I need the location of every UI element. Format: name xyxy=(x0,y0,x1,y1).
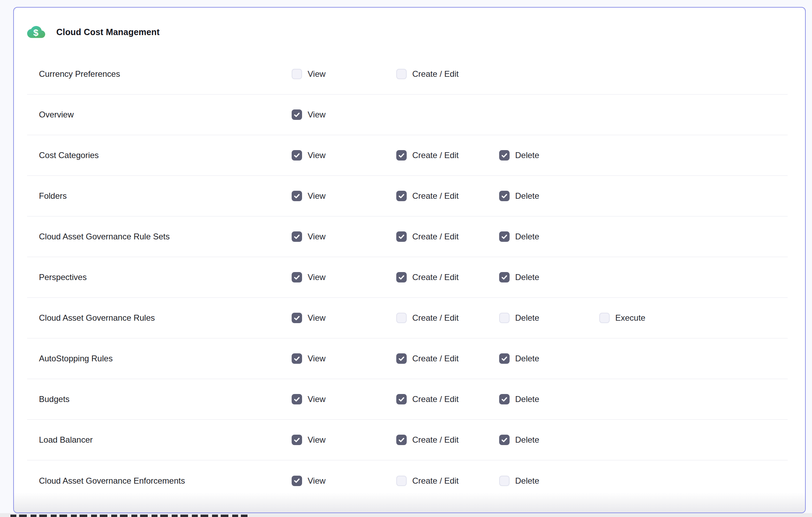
permission-label: Create / Edit xyxy=(412,69,458,79)
check-icon xyxy=(398,194,405,199)
permission-option[interactable]: View xyxy=(292,109,396,120)
check-icon xyxy=(501,397,508,402)
permission-option[interactable]: View xyxy=(292,69,396,79)
clipped-text-strip xyxy=(0,513,812,517)
permission-option[interactable]: View xyxy=(292,476,396,486)
permission-label: Create / Edit xyxy=(412,191,458,201)
permission-checkbox[interactable] xyxy=(599,313,610,323)
permission-checkbox[interactable] xyxy=(396,231,407,242)
resource-label: Perspectives xyxy=(39,272,292,282)
permission-checkbox[interactable] xyxy=(292,435,302,445)
permission-checkbox[interactable] xyxy=(396,272,407,282)
permission-option[interactable]: View xyxy=(292,191,396,201)
permission-checkbox[interactable] xyxy=(396,435,407,445)
permission-row: AutoStopping Rules View Create / Edit De… xyxy=(27,338,788,379)
permission-option[interactable]: View xyxy=(292,353,396,364)
permission-label: Delete xyxy=(515,191,539,201)
permission-label: View xyxy=(308,435,326,445)
check-icon xyxy=(294,234,300,239)
check-icon xyxy=(398,397,405,402)
permission-checkbox[interactable] xyxy=(499,313,510,323)
permission-option[interactable]: Create / Edit xyxy=(396,272,499,282)
permission-checkbox[interactable] xyxy=(292,191,302,201)
permission-checkbox[interactable] xyxy=(499,476,510,486)
permission-option[interactable]: Create / Edit xyxy=(396,435,499,445)
permission-label: View xyxy=(308,150,326,160)
permission-label: Create / Edit xyxy=(412,394,458,404)
permission-option[interactable]: Create / Edit xyxy=(396,150,499,161)
permission-checkbox[interactable] xyxy=(396,353,407,364)
permission-checkbox[interactable] xyxy=(396,313,407,323)
permission-label: Create / Edit xyxy=(412,232,458,241)
permission-checkbox[interactable] xyxy=(396,476,407,486)
resource-label: Folders xyxy=(39,191,292,201)
resource-label: Cloud Asset Governance Rule Sets xyxy=(39,232,292,241)
permission-option[interactable]: View xyxy=(292,435,396,445)
permission-row: Currency Preferences View Create / Edit xyxy=(27,54,788,95)
permission-checkbox[interactable] xyxy=(499,435,510,445)
permission-label: Create / Edit xyxy=(412,354,458,363)
check-icon xyxy=(398,356,405,361)
permission-option[interactable]: Delete xyxy=(499,435,599,445)
permission-label: Delete xyxy=(515,476,539,486)
permission-row: Cloud Asset Governance Rule Sets View Cr… xyxy=(27,216,788,257)
check-icon xyxy=(398,153,405,158)
permission-option[interactable]: Delete xyxy=(499,150,599,161)
check-icon xyxy=(294,315,300,321)
permission-option[interactable]: Delete xyxy=(499,394,599,404)
permission-checkbox[interactable] xyxy=(292,353,302,364)
permission-checkbox[interactable] xyxy=(292,272,302,282)
permission-label: View xyxy=(308,232,326,241)
permission-checkbox[interactable] xyxy=(396,394,407,404)
permission-option[interactable]: View xyxy=(292,272,396,282)
permission-checkbox[interactable] xyxy=(499,272,510,282)
permission-checkbox[interactable] xyxy=(292,69,302,79)
permission-option[interactable]: Create / Edit xyxy=(396,69,499,79)
cloud-cost-management-card: $ Cloud Cost Management Currency Prefere… xyxy=(13,7,806,513)
permission-option[interactable]: View xyxy=(292,150,396,161)
check-icon xyxy=(294,437,300,443)
permission-option[interactable]: Delete xyxy=(499,272,599,282)
permission-option[interactable]: Create / Edit xyxy=(396,231,499,242)
permission-option[interactable]: Create / Edit xyxy=(396,313,499,323)
permission-option[interactable]: View xyxy=(292,394,396,404)
permission-label: Create / Edit xyxy=(412,150,458,160)
permission-checkbox[interactable] xyxy=(499,150,510,161)
check-icon xyxy=(501,153,508,158)
permission-checkbox[interactable] xyxy=(292,313,302,323)
permission-option[interactable]: Create / Edit xyxy=(396,353,499,364)
permission-checkbox[interactable] xyxy=(396,191,407,201)
permission-checkbox[interactable] xyxy=(396,150,407,161)
permission-checkbox[interactable] xyxy=(396,69,407,79)
resource-label: Cost Categories xyxy=(39,150,292,160)
permission-option[interactable]: Delete xyxy=(499,313,599,323)
permission-checkbox[interactable] xyxy=(499,231,510,242)
permission-checkbox[interactable] xyxy=(499,353,510,364)
permission-option[interactable]: View xyxy=(292,231,396,242)
permission-option[interactable]: Delete xyxy=(499,353,599,364)
permission-option[interactable]: Execute xyxy=(599,313,788,323)
permission-row: Cloud Asset Governance Rules View Create… xyxy=(27,298,788,338)
permission-option[interactable]: View xyxy=(292,313,396,323)
check-icon xyxy=(294,356,300,361)
permission-label: Delete xyxy=(515,435,539,445)
permission-checkbox[interactable] xyxy=(499,191,510,201)
permission-option[interactable]: Delete xyxy=(499,191,599,201)
check-icon xyxy=(294,112,300,117)
permission-option[interactable]: Delete xyxy=(499,231,599,242)
permission-label: View xyxy=(308,110,326,120)
permission-checkbox[interactable] xyxy=(292,231,302,242)
check-icon xyxy=(398,275,405,280)
permission-checkbox[interactable] xyxy=(292,394,302,404)
permission-option[interactable]: Create / Edit xyxy=(396,394,499,404)
permission-option[interactable]: Create / Edit xyxy=(396,191,499,201)
permission-option[interactable]: Create / Edit xyxy=(396,476,499,486)
permission-checkbox[interactable] xyxy=(292,150,302,161)
resource-label: Overview xyxy=(39,110,292,120)
permission-label: Execute xyxy=(615,313,645,323)
permission-label: Create / Edit xyxy=(412,313,458,323)
permission-checkbox[interactable] xyxy=(292,109,302,120)
permission-checkbox[interactable] xyxy=(292,476,302,486)
permission-checkbox[interactable] xyxy=(499,394,510,404)
permission-option[interactable]: Delete xyxy=(499,476,599,486)
